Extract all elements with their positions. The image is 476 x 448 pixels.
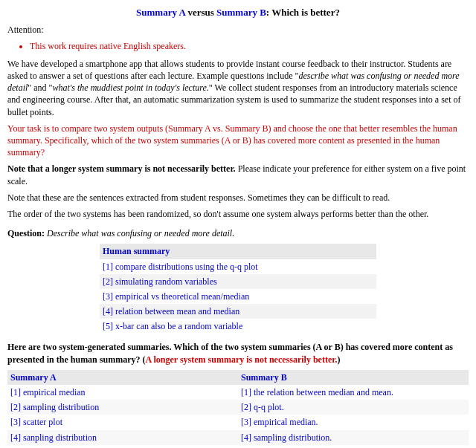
human-summary-item: [4] relation between mean and median — [100, 304, 376, 319]
summary-a-header: Summary A — [7, 370, 238, 385]
task-description: Your task is to compare two system outpu… — [7, 123, 469, 159]
page-title: Summary A versus Summary B: Which is bet… — [7, 6, 469, 19]
summary-b-item: [4] sampling distribution. — [238, 430, 469, 445]
question-label: Question: — [7, 228, 45, 238]
intro-text-b: " and " — [28, 82, 52, 93]
summary-b-header: Summary B — [238, 370, 469, 385]
instruction-red: A longer system summary is not necessari… — [145, 354, 337, 365]
summary-a-item: [1] empirical median — [7, 385, 238, 400]
summary-a-column: Summary A [1] empirical median [2] sampl… — [7, 370, 238, 448]
summary-b-item: [2] q-q plot. — [238, 400, 469, 415]
comparison-instruction: Here are two system-generated summaries.… — [7, 341, 469, 365]
note-sentences: Note that these are the sentences extrac… — [7, 192, 469, 204]
human-summary-item: [1] compare distributions using the q-q … — [100, 259, 376, 274]
title-summary-b: Summary B — [216, 7, 266, 18]
summary-columns: Summary A [1] empirical median [2] sampl… — [7, 370, 469, 448]
attention-label: Attention: — [7, 24, 469, 36]
summary-a-item: [3] scatter plot — [7, 415, 238, 429]
human-summary-item: [3] empirical vs theoretical mean/median — [100, 289, 376, 304]
title-suffix: : Which is better? — [266, 7, 340, 18]
human-summary: Human summary [1] compare distributions … — [100, 244, 376, 334]
human-summary-header: Human summary — [100, 244, 376, 259]
title-summary-a: Summary A — [136, 7, 185, 18]
summary-b-item: [1] the relation between median and mean… — [238, 385, 469, 400]
instruction-close: ) — [337, 354, 340, 365]
note-random: The order of the two systems has been ra… — [7, 208, 469, 220]
summary-a-item: [4] sanpling distribution — [7, 430, 238, 445]
summary-b-item: [3] empirical median. — [238, 415, 469, 429]
title-versus: versus — [185, 7, 216, 18]
summary-a-item: [5] normal probability plot — [7, 445, 238, 448]
intro-q2: what's the muddiest point in today's lec… — [52, 82, 206, 93]
question-line: Question: Describe what was confusing or… — [7, 227, 469, 239]
note-longer-bold: Note that a longer system summary is not… — [7, 163, 236, 174]
intro-paragraph: We have developed a smartphone app that … — [7, 58, 469, 118]
summary-b-column: Summary B [1] the relation between media… — [238, 370, 469, 448]
summary-b-item: [5] normal probability plot. — [238, 445, 469, 448]
human-summary-item: [2] simulating random variables — [100, 274, 376, 289]
note-longer: Note that a longer system summary is not… — [7, 163, 469, 186]
attention-bullet: This work requires native English speake… — [30, 40, 469, 52]
human-summary-item: [5] x-bar can also be a random variable — [100, 319, 376, 334]
summary-a-item: [2] sampling distribution — [7, 400, 238, 415]
question-text: Describe what was confusing or needed mo… — [45, 228, 234, 238]
